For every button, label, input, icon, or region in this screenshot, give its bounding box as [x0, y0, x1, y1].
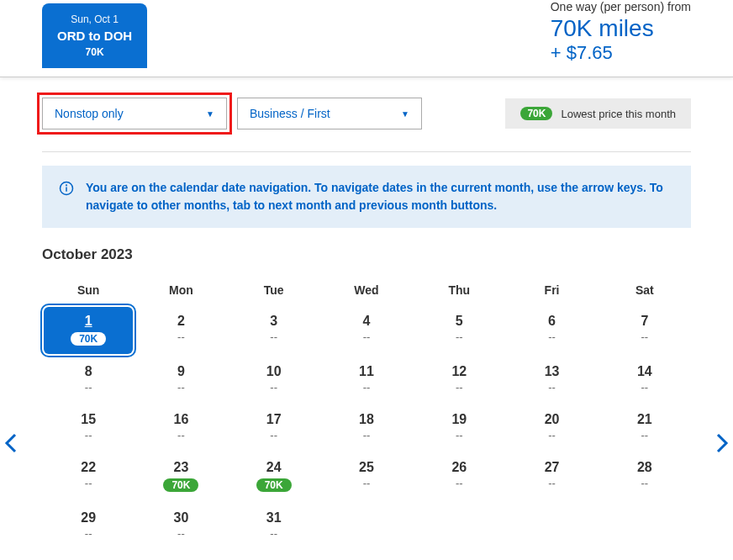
tab-date: Sun, Oct 1: [57, 13, 132, 25]
calendar-day[interactable]: 16--: [134, 404, 227, 452]
day-price-pill: 70K: [163, 478, 198, 492]
calendar-day[interactable]: 11--: [320, 356, 413, 404]
calendar-day[interactable]: 19--: [413, 404, 505, 452]
calendar-day[interactable]: 170K: [44, 307, 133, 354]
calendar-day[interactable]: 15--: [42, 404, 134, 452]
day-number: 31: [228, 510, 320, 526]
calendar-day[interactable]: 18--: [320, 404, 413, 452]
calendar-day[interactable]: 4--: [320, 305, 413, 356]
calendar-weekday: Sat: [599, 275, 691, 305]
calendar-day[interactable]: 3--: [228, 305, 320, 356]
stops-dropdown[interactable]: Nonstop only ▼: [42, 98, 227, 129]
calendar-day[interactable]: 27--: [505, 452, 598, 502]
calendar-day[interactable]: 25--: [320, 452, 413, 502]
header: Sun, Oct 1 ORD to DOH 70K One way (per p…: [0, 0, 733, 77]
calendar-day[interactable]: 13--: [505, 356, 598, 404]
day-price: --: [320, 429, 413, 441]
day-number: 1: [44, 314, 133, 329]
day-number: 12: [413, 364, 505, 379]
day-number: 5: [413, 314, 505, 329]
day-price: --: [599, 429, 691, 441]
day-price: --: [505, 429, 598, 441]
info-text: You are on the calendar date navigation.…: [86, 179, 674, 214]
day-number: 25: [320, 460, 413, 475]
stops-value: Nonstop only: [55, 107, 124, 120]
tab-route: ORD to DOH: [57, 29, 132, 43]
prev-month-button[interactable]: [3, 431, 18, 461]
day-number: 8: [42, 364, 134, 379]
calendar-day[interactable]: 22--: [42, 452, 134, 502]
calendar-day[interactable]: 10--: [228, 356, 320, 404]
day-price: --: [413, 477, 505, 489]
filter-row: Nonstop only ▼ Business / First ▼ 70K Lo…: [0, 77, 733, 138]
lowest-price-pill: 70K: [520, 107, 552, 120]
calendar-day[interactable]: 31--: [228, 502, 320, 550]
calendar-day[interactable]: 14--: [599, 356, 691, 404]
calendar-day[interactable]: 21--: [599, 404, 691, 452]
day-number: 2: [134, 314, 227, 329]
calendar-day[interactable]: 5--: [413, 305, 505, 356]
price-summary: One way (per person) from 70K miles + $7…: [551, 0, 691, 64]
day-price: --: [505, 330, 598, 343]
summary-label: One way (per person) from: [551, 0, 691, 13]
day-price-pill: 70K: [71, 332, 106, 346]
calendar-day[interactable]: 17--: [228, 404, 320, 452]
day-price: --: [42, 429, 134, 441]
calendar-day[interactable]: 8--: [42, 356, 134, 404]
calendar-day[interactable]: 9--: [134, 356, 227, 404]
calendar-day[interactable]: 28--: [599, 452, 691, 502]
calendar-grid: SunMonTueWedThuFriSat170K2--3--4--5--6--…: [42, 275, 691, 550]
day-price: --: [599, 381, 691, 394]
day-number: 29: [42, 510, 134, 526]
cabin-dropdown[interactable]: Business / First ▼: [237, 98, 422, 129]
calendar-container: October 2023 SunMonTueWedThuFriSat170K2-…: [0, 238, 733, 558]
day-price: --: [134, 381, 227, 394]
day-number: 23: [134, 460, 227, 475]
info-icon: [59, 181, 74, 199]
day-number: 24: [228, 460, 320, 475]
tab-price: 70K: [57, 46, 132, 58]
day-number: 10: [228, 364, 320, 379]
calendar-day[interactable]: 26--: [413, 452, 505, 502]
calendar-weekday: Thu: [413, 275, 505, 305]
next-month-button[interactable]: [715, 431, 730, 461]
day-price: --: [228, 381, 320, 394]
selected-date-tab[interactable]: Sun, Oct 1 ORD to DOH 70K: [42, 3, 147, 68]
calendar-weekday: Fri: [505, 275, 598, 305]
day-number: 16: [134, 412, 227, 427]
calendar-day[interactable]: 6--: [505, 305, 598, 356]
day-number: 30: [134, 510, 227, 526]
day-price: --: [134, 527, 227, 540]
lowest-price-label: Lowest price this month: [561, 108, 676, 120]
day-price: --: [134, 429, 227, 441]
day-price: --: [599, 330, 691, 343]
calendar-day[interactable]: 2--: [134, 305, 227, 356]
calendar-day[interactable]: 20--: [505, 404, 598, 452]
day-number: 18: [320, 412, 413, 427]
calendar-day[interactable]: 12--: [413, 356, 505, 404]
calendar-day[interactable]: 7--: [599, 305, 691, 356]
day-number: 22: [42, 460, 134, 475]
day-number: 21: [599, 412, 691, 427]
day-number: 3: [228, 314, 320, 329]
day-price: --: [228, 527, 320, 540]
calendar-day[interactable]: 2470K: [228, 452, 320, 502]
day-number: 14: [599, 364, 691, 379]
info-banner: You are on the calendar date navigation.…: [42, 166, 691, 228]
day-number: 6: [505, 314, 598, 329]
day-price: --: [42, 381, 134, 394]
day-number: 20: [505, 412, 598, 427]
day-number: 11: [320, 364, 413, 379]
day-number: 9: [134, 364, 227, 379]
day-number: 27: [505, 460, 598, 475]
day-price: --: [42, 527, 134, 540]
day-price-pill: 70K: [256, 478, 292, 492]
calendar-day[interactable]: 30--: [134, 502, 227, 550]
day-number: 17: [228, 412, 320, 427]
day-price: --: [228, 429, 320, 441]
day-number: 28: [599, 460, 691, 475]
day-number: 19: [413, 412, 505, 427]
calendar-day[interactable]: 2370K: [134, 452, 227, 502]
calendar-day[interactable]: 29--: [42, 502, 134, 550]
day-number: 15: [42, 412, 134, 427]
